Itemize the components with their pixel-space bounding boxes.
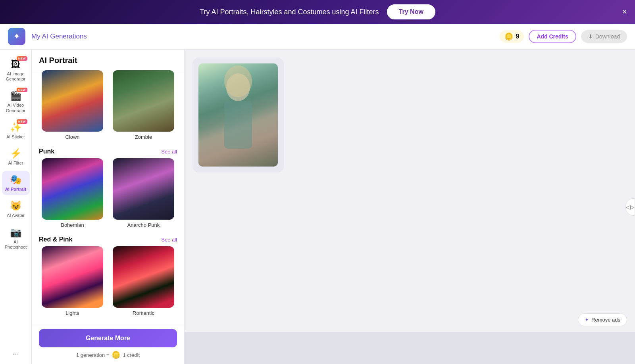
sidebar-item-ai-portrait[interactable]: 🎭AI Portrait bbox=[2, 171, 30, 195]
credit-coin-icon: 🪙 bbox=[112, 351, 120, 359]
logo-icon: ✦ bbox=[13, 31, 20, 42]
sidebar-item-ai-filter[interactable]: ⚡AI Filter bbox=[2, 145, 30, 169]
sparkle-icon: ✦ bbox=[585, 317, 589, 323]
see-all-red-pink[interactable]: See all bbox=[161, 237, 177, 243]
my-ai-label: My AI Generations bbox=[31, 33, 87, 40]
sidebar-more[interactable]: ··· bbox=[12, 349, 19, 358]
credits-badge: 🪙 9 bbox=[500, 30, 524, 43]
sidebar: NEW🖼AI Image GeneratorNEW🎬AI Video Gener… bbox=[0, 50, 32, 364]
ai-portrait-icon: 🎭 bbox=[10, 174, 22, 185]
see-all-punk[interactable]: See all bbox=[161, 149, 177, 155]
svg-point-3 bbox=[224, 65, 252, 97]
add-credits-button[interactable]: Add Credits bbox=[529, 30, 576, 43]
portrait-thumb-zombie bbox=[113, 70, 174, 132]
panel-title: AI Portrait bbox=[32, 50, 184, 70]
header: ✦ My AI Generations 🪙 9 Add Credits ⬇ Do… bbox=[0, 24, 635, 50]
ai-portrait-label: AI Portrait bbox=[5, 187, 26, 192]
top-banner: Try AI Portraits, Hairstyles and Costume… bbox=[0, 0, 635, 24]
portrait-thumb-clown bbox=[42, 70, 103, 132]
bottom-ad-area bbox=[185, 332, 635, 364]
portrait-label-clown: Clown bbox=[65, 134, 79, 140]
portrait-label-romantic: Romantic bbox=[133, 310, 154, 316]
sidebar-item-ai-avatar[interactable]: 😺AI Avatar bbox=[2, 197, 30, 221]
ai-avatar-icon: 😺 bbox=[10, 200, 22, 211]
portrait-label-anarcho: Anarcho Punk bbox=[127, 222, 160, 228]
ai-sticker-label: AI Sticker bbox=[6, 134, 25, 140]
credit-note: 1 generation = 🪙 1 credit bbox=[39, 351, 177, 359]
portrait-thumb-bohemian bbox=[42, 158, 103, 220]
portrait-thumb-lights bbox=[42, 246, 103, 308]
content-main bbox=[185, 50, 635, 332]
portrait-label-bohemian: Bohemian bbox=[61, 222, 84, 228]
ai-photoshoot-label: AI Photoshoot bbox=[5, 239, 27, 250]
try-now-button[interactable]: Try Now bbox=[387, 4, 435, 19]
download-button[interactable]: ⬇ Download bbox=[581, 30, 627, 43]
category-row-punk: PunkSee all bbox=[32, 142, 184, 158]
portrait-item-clown[interactable]: Clown bbox=[39, 70, 106, 140]
header-right: 🪙 9 Add Credits ⬇ Download bbox=[500, 30, 627, 43]
portrait-item-bohemian[interactable]: Bohemian bbox=[39, 158, 106, 228]
download-icon: ⬇ bbox=[588, 33, 593, 40]
svg-rect-2 bbox=[224, 101, 252, 149]
items-grid-costume: ClownZombie bbox=[32, 70, 184, 142]
category-row-halloween: HalloweenSee all bbox=[32, 318, 184, 324]
new-badge: NEW bbox=[17, 119, 27, 124]
sidebar-item-ai-video[interactable]: NEW🎬AI Video Generator bbox=[2, 87, 30, 116]
logo: ✦ bbox=[8, 28, 25, 45]
sidebar-item-ai-photoshoot[interactable]: 📷AI Photoshoot bbox=[2, 224, 30, 253]
category-row-red-pink: Red & PinkSee all bbox=[32, 230, 184, 246]
ai-filter-label: AI Filter bbox=[8, 161, 23, 166]
main-layout: NEW🖼AI Image GeneratorNEW🎬AI Video Gener… bbox=[0, 50, 635, 364]
portrait-svg bbox=[198, 63, 278, 167]
portrait-thumb-romantic bbox=[113, 246, 174, 308]
banner-text: Try AI Portraits, Hairstyles and Costume… bbox=[200, 8, 379, 16]
portrait-label-lights: Lights bbox=[65, 310, 79, 316]
portrait-thumb-anarcho bbox=[113, 158, 174, 220]
coin-icon: 🪙 bbox=[504, 32, 513, 41]
new-badge: NEW bbox=[17, 88, 27, 92]
portrait-label-zombie: Zombie bbox=[135, 134, 152, 140]
download-label: Download bbox=[595, 33, 620, 40]
ai-photoshoot-icon: 📷 bbox=[10, 227, 22, 238]
portrait-item-lights[interactable]: Lights bbox=[39, 246, 106, 316]
content-area: ◁▷ ✦ Remove ads bbox=[185, 50, 635, 364]
ai-image-label: AI Image Generator bbox=[6, 71, 26, 82]
credit-note-pre: 1 generation = bbox=[76, 352, 109, 358]
remove-ads-label: Remove ads bbox=[591, 317, 620, 323]
ai-avatar-label: AI Avatar bbox=[7, 213, 24, 218]
generate-more-button[interactable]: Generate More bbox=[39, 329, 177, 347]
panel-scroll: ClownZombiePunkSee allBohemianAnarcho Pu… bbox=[32, 70, 184, 324]
collapse-icon: ◁▷ bbox=[626, 204, 635, 210]
left-panel: AI Portrait ClownZombiePunkSee allBohemi… bbox=[32, 50, 185, 364]
credits-count: 9 bbox=[516, 33, 519, 40]
category-name-punk: Punk bbox=[39, 148, 54, 155]
banner-close-button[interactable]: × bbox=[622, 7, 627, 17]
portrait-item-anarcho[interactable]: Anarcho Punk bbox=[110, 158, 177, 228]
category-name-red-pink: Red & Pink bbox=[39, 236, 72, 243]
credit-note-post: 1 credit bbox=[123, 352, 140, 358]
ai-filter-icon: ⚡ bbox=[10, 148, 22, 159]
new-badge: NEW bbox=[17, 56, 27, 61]
generated-image bbox=[198, 63, 278, 167]
portrait-item-zombie[interactable]: Zombie bbox=[110, 70, 177, 140]
items-grid-red-pink: LightsRomantic bbox=[32, 246, 184, 318]
ai-video-label: AI Video Generator bbox=[6, 103, 26, 113]
remove-ads-button[interactable]: ✦ Remove ads bbox=[578, 313, 627, 326]
panel-footer: Generate More 1 generation = 🪙 1 credit bbox=[32, 324, 184, 364]
sidebar-item-ai-image[interactable]: NEW🖼AI Image Generator bbox=[2, 56, 30, 85]
sidebar-item-ai-sticker[interactable]: NEW✨AI Sticker bbox=[2, 119, 30, 143]
generated-image-card bbox=[192, 57, 284, 172]
portrait-item-romantic[interactable]: Romantic bbox=[110, 246, 177, 316]
items-grid-punk: BohemianAnarcho Punk bbox=[32, 158, 184, 230]
